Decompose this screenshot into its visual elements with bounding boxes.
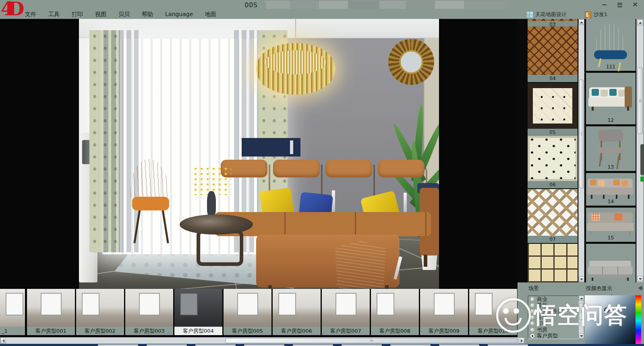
thumbnail-room-001[interactable]: 客户房型001 <box>27 289 75 335</box>
tile-label: 06 <box>528 181 578 188</box>
scroll-up-button[interactable] <box>637 20 643 25</box>
scrollbar-thumb[interactable] <box>579 80 584 188</box>
title-bar: DDS <box>0 0 644 10</box>
menu-language[interactable]: Language <box>165 11 193 18</box>
scroll-down-button[interactable] <box>579 334 584 339</box>
scene-option-living-room[interactable]: 客厅 <box>528 315 578 321</box>
scene-panel-title: 场景 <box>528 285 539 292</box>
thumbnail-room-003[interactable]: 客户房型003 <box>125 289 173 335</box>
menu-view[interactable]: 视图 <box>95 11 106 18</box>
round-coffee-table <box>180 214 253 235</box>
scene-header-bar: 场景 按颜色显示 <box>518 282 644 295</box>
scene-option-customer-rooms[interactable]: 客户房型 <box>528 333 578 339</box>
chair-icon <box>585 11 591 18</box>
sunburst-mirror <box>388 39 434 85</box>
room-render-image <box>79 19 439 289</box>
tile-panel-scrollbar[interactable] <box>578 19 584 282</box>
furniture-item-13[interactable]: 13 <box>586 126 636 171</box>
tile-label: 05 <box>528 129 578 136</box>
scene-list-scrollbar[interactable] <box>578 295 584 339</box>
window-controls <box>601 1 638 8</box>
radio-icon-selected <box>530 334 534 338</box>
furniture-label: 111 <box>586 64 636 70</box>
thumbnail-room-004[interactable]: 客户房型004 <box>174 289 222 335</box>
tab-label: 沙发1 <box>594 11 607 18</box>
room-photo <box>224 289 271 327</box>
scrollbar-thumb[interactable] <box>226 338 518 343</box>
scene-category-list: 商业 餐厅 厨房卫生间 客厅 打印 书房 客户房型 <box>528 295 578 339</box>
tile-item-06[interactable]: 06 <box>528 136 578 188</box>
scroll-right-button[interactable] <box>519 338 524 344</box>
menu-print[interactable]: 打印 <box>72 11 83 18</box>
menu-beibei[interactable]: 贝贝 <box>118 11 130 18</box>
blue-throw-blanket <box>335 241 386 289</box>
thumbnail-room-010[interactable]: 客户房型010 <box>469 289 517 335</box>
tab-sofa1[interactable]: 沙发1 <box>585 10 607 19</box>
room-photo <box>371 289 419 327</box>
tile-label: 07 <box>528 236 578 243</box>
menu-floor[interactable]: 地面 <box>205 11 216 18</box>
taskbar-strip <box>0 344 644 346</box>
scene-option-print[interactable]: 打印 <box>528 321 578 327</box>
room-photo <box>76 289 124 327</box>
scene-option-commercial[interactable]: 商业 <box>528 296 578 302</box>
scroll-left-button[interactable] <box>0 338 6 344</box>
thumbnail-room-008[interactable]: 客户房型008 <box>371 289 419 335</box>
tile-item-07[interactable]: 07 <box>528 189 578 243</box>
room-photo <box>174 289 222 327</box>
furniture-label: 14 <box>586 199 636 204</box>
menu-file[interactable]: 文件 <box>25 11 36 18</box>
furniture-item-111[interactable]: 111 <box>586 19 636 71</box>
minimize-icon[interactable] <box>601 1 608 8</box>
tile-item-08-partial[interactable] <box>528 244 578 282</box>
furniture-item-14[interactable]: 14 <box>586 173 636 206</box>
thumbnail-room-009[interactable]: 客户房型009 <box>420 289 468 335</box>
tab-ceiling-floor-design[interactable]: 天花地面设计 <box>527 10 567 19</box>
menu-tools[interactable]: 工具 <box>48 11 60 18</box>
scrollbar-thumb[interactable] <box>638 68 643 134</box>
scroll-up-button[interactable] <box>579 19 584 25</box>
tile-material-panel: 03 04 05 06 07 <box>518 19 585 282</box>
scroll-down-button[interactable] <box>637 276 643 282</box>
scene-option-kitchen-bath[interactable]: 厨房卫生间 <box>528 308 578 314</box>
grid-icon <box>527 12 533 18</box>
picker-marker[interactable] <box>604 307 609 313</box>
tile-item-05[interactable]: 05 <box>528 83 578 136</box>
tab-label: 天花地面设计 <box>535 11 567 18</box>
room-photo <box>0 289 25 327</box>
tile-item-04[interactable]: 04 <box>528 27 578 82</box>
blurred-title-region <box>266 1 507 9</box>
restore-icon[interactable] <box>617 1 623 8</box>
close-icon[interactable] <box>632 1 638 8</box>
furniture-label: 12 <box>586 117 636 123</box>
furniture-label: 15 <box>586 235 636 241</box>
render-viewport[interactable] <box>0 19 518 289</box>
thumbnail-room-006[interactable]: 客户房型006 <box>273 289 321 335</box>
furniture-label: 13 <box>586 164 636 170</box>
hue-bar[interactable] <box>636 295 641 344</box>
furniture-panel: 111 12 13 14 15 <box>585 19 636 282</box>
bottom-horizontal-scrollbar[interactable] <box>0 337 525 344</box>
overlay-scrollbar-thumb[interactable] <box>640 144 644 175</box>
scroll-up-button[interactable] <box>579 296 584 301</box>
tile-label: 04 <box>528 75 578 82</box>
thumbnail-partial[interactable]: _1 <box>0 289 25 335</box>
thumbnail-room-007[interactable]: 客户房型007 <box>322 289 370 335</box>
thumbnail-room-002[interactable]: 客户房型002 <box>76 289 124 335</box>
room-photo <box>469 289 517 327</box>
scrollbar-thumb[interactable] <box>579 303 584 320</box>
menu-help[interactable]: 帮助 <box>142 11 153 18</box>
radio-icon <box>530 309 534 313</box>
blue-curtain-left <box>101 30 139 252</box>
navy-console <box>242 138 300 157</box>
room-photo <box>125 289 173 327</box>
scroll-down-button[interactable] <box>579 276 584 282</box>
app-logo: 4D <box>1 0 23 19</box>
thumbnail-room-005[interactable]: 客户房型005 <box>224 289 271 335</box>
radio-icon <box>530 315 534 319</box>
furniture-item-12[interactable]: 12 <box>586 73 636 124</box>
speaker-icon[interactable] <box>637 286 642 290</box>
room-photo <box>273 289 321 327</box>
color-gradient-picker[interactable] <box>585 295 636 344</box>
furniture-item-15[interactable]: 15 <box>586 208 636 242</box>
